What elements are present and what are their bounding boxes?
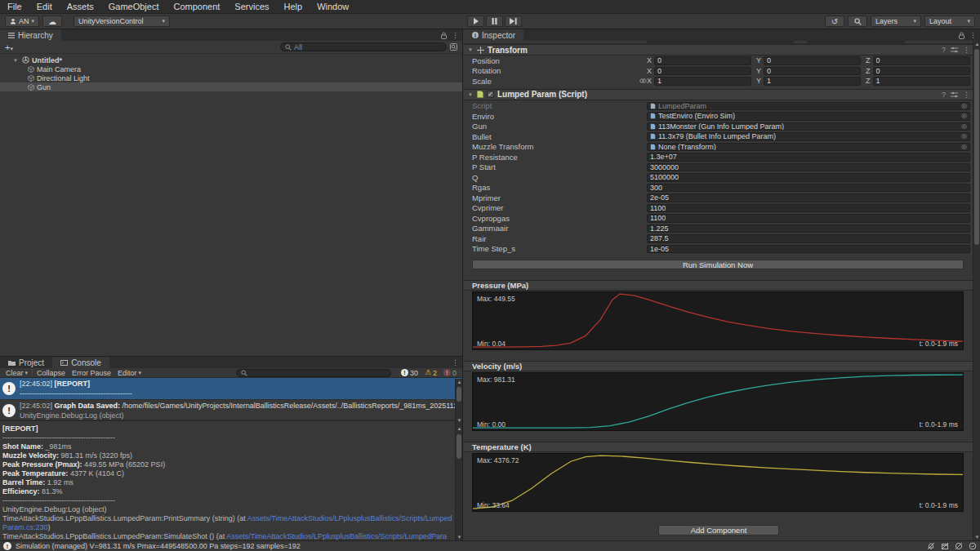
scroll-up-icon[interactable]: ▲ bbox=[973, 42, 980, 47]
menu-file[interactable]: File bbox=[0, 0, 29, 14]
transform-position-x-field[interactable]: 0 bbox=[654, 56, 751, 65]
number-field[interactable]: 5100000 bbox=[647, 173, 970, 182]
number-field[interactable]: 1100 bbox=[647, 214, 970, 223]
object-field[interactable]: LumpedParam◎ bbox=[647, 102, 970, 111]
warning-count-toggle[interactable]: ⚠2 bbox=[421, 369, 440, 377]
menu-component[interactable]: Component bbox=[166, 0, 227, 14]
collapse-button[interactable]: Collapse bbox=[33, 369, 69, 377]
transform-position-z-field[interactable]: 0 bbox=[873, 56, 971, 65]
panel-menu-icon[interactable]: ⋮ bbox=[452, 31, 459, 39]
scroll-up-icon[interactable]: ▲ bbox=[456, 380, 463, 384]
menu-assets[interactable]: Assets bbox=[60, 0, 101, 14]
stack-trace-link[interactable]: Assets/TimeAttackStudios/LPplusplusBalli… bbox=[2, 514, 452, 531]
stack-trace-link[interactable]: Assets/TimeAttackStudios/LPplusplusBalli… bbox=[2, 532, 447, 540]
notifications-muted-icon[interactable] bbox=[927, 542, 935, 550]
scroll-up-icon[interactable]: ▲ bbox=[456, 426, 463, 431]
info-count-toggle[interactable]: !30 bbox=[398, 369, 421, 377]
menu-services[interactable]: Services bbox=[227, 0, 276, 14]
tab-project[interactable]: Project bbox=[0, 357, 52, 368]
number-field[interactable]: 1100 bbox=[647, 204, 970, 213]
transform-rotation-y-field[interactable]: 0 bbox=[764, 67, 861, 76]
transform-scale-x-field[interactable]: 1 bbox=[654, 77, 751, 86]
package-muted-icon[interactable] bbox=[941, 542, 949, 550]
error-pause-button[interactable]: Error Pause bbox=[69, 369, 114, 377]
scroll-down-icon[interactable]: ▼ bbox=[456, 535, 463, 540]
panel-menu-icon[interactable]: ⋮ bbox=[969, 31, 977, 39]
tab-inspector[interactable]: i Inspector bbox=[464, 29, 523, 41]
undo-history-button[interactable]: ↺ bbox=[825, 16, 844, 27]
object-field[interactable]: None (Transform)◎ bbox=[647, 143, 970, 152]
create-button[interactable]: +▾ bbox=[5, 42, 13, 52]
object-picker-icon[interactable]: ◎ bbox=[961, 123, 967, 130]
console-log-entry[interactable]: ![22:45:02] Graph Data Saved: /home/file… bbox=[0, 400, 462, 421]
foldout-icon[interactable]: ▼ bbox=[11, 58, 20, 63]
console-scrollbar[interactable]: ▲ ▼ ▲ ▼ bbox=[455, 379, 462, 540]
panel-menu-icon[interactable]: ⋮ bbox=[452, 358, 459, 367]
progress-status-icon[interactable] bbox=[969, 542, 977, 550]
lumped-param-header[interactable]: ▼ ✓ Lumped Param (Script) ? ⋮ bbox=[464, 89, 973, 100]
menu-window[interactable]: Window bbox=[310, 0, 356, 14]
clear-button[interactable]: Clear▾ bbox=[2, 369, 31, 377]
play-button[interactable] bbox=[467, 16, 484, 27]
number-field[interactable]: 1e-05 bbox=[647, 245, 970, 254]
lock-icon[interactable] bbox=[959, 32, 964, 39]
error-count-toggle[interactable]: !0 bbox=[440, 369, 460, 377]
search-window-icon[interactable] bbox=[450, 43, 457, 51]
tab-hierarchy[interactable]: Hierarchy bbox=[0, 29, 61, 41]
number-field[interactable]: 1.225 bbox=[647, 224, 970, 233]
lock-icon[interactable] bbox=[441, 32, 447, 39]
pause-button[interactable] bbox=[486, 16, 503, 27]
foldout-icon[interactable]: ▼ bbox=[467, 47, 474, 52]
scroll-down-icon[interactable]: ▼ bbox=[973, 535, 980, 540]
transform-rotation-x-field[interactable]: 0 bbox=[654, 67, 751, 76]
number-field[interactable]: 1.3e+07 bbox=[647, 153, 970, 162]
transform-rotation-z-field[interactable]: 0 bbox=[873, 67, 971, 76]
number-field[interactable]: 300 bbox=[647, 184, 970, 193]
menu-help[interactable]: Help bbox=[277, 0, 310, 14]
component-menu-icon[interactable]: ⋮ bbox=[963, 46, 970, 54]
version-control-dropdown[interactable]: UnityVersionControl ▾ bbox=[74, 16, 170, 27]
hierarchy-item-directional-light[interactable]: Directional Light bbox=[0, 73, 462, 82]
scrollbar-thumb[interactable] bbox=[457, 434, 461, 459]
console-search-input[interactable] bbox=[236, 369, 391, 377]
preset-icon[interactable] bbox=[951, 91, 958, 98]
component-menu-icon[interactable]: ⋮ bbox=[963, 91, 970, 99]
object-picker-icon[interactable]: ◎ bbox=[961, 103, 967, 109]
layers-dropdown[interactable]: Layers ▾ bbox=[871, 16, 921, 27]
run-simulation-button[interactable]: Run Simulation Now bbox=[472, 260, 964, 269]
object-field[interactable]: TestEnviro (Enviro Sim)◎ bbox=[647, 112, 970, 121]
console-log-entry[interactable]: ![22:45:02] [REPORT]--------------------… bbox=[0, 378, 462, 400]
component-enabled-checkbox[interactable]: ✓ bbox=[487, 91, 494, 98]
menu-gameobject[interactable]: GameObject bbox=[101, 0, 167, 14]
cloud-button[interactable]: ☁ bbox=[42, 16, 62, 27]
account-button[interactable]: AN ▾ bbox=[5, 16, 39, 27]
scroll-down-icon[interactable]: ▼ bbox=[456, 418, 463, 423]
scrollbar-thumb[interactable] bbox=[974, 49, 979, 245]
transform-header[interactable]: ▼ Transform ? ⋮ bbox=[464, 44, 973, 56]
scale-link-icon[interactable] bbox=[639, 78, 647, 83]
tab-console[interactable]: Console bbox=[52, 357, 109, 368]
object-field[interactable]: 113Monster (Gun Info Lumped Param)◎ bbox=[647, 122, 970, 131]
number-field[interactable]: 2e-05 bbox=[647, 193, 970, 202]
layout-dropdown[interactable]: Layout ▾ bbox=[924, 16, 975, 27]
foldout-icon[interactable]: ▼ bbox=[467, 92, 474, 97]
help-icon[interactable]: ? bbox=[942, 91, 946, 99]
add-component-button[interactable]: Add Component bbox=[658, 525, 779, 535]
step-button[interactable] bbox=[505, 16, 522, 27]
number-field[interactable]: 3000000 bbox=[647, 163, 970, 172]
hierarchy-item-gun[interactable]: Gun bbox=[0, 82, 462, 91]
number-field[interactable]: 287.5 bbox=[647, 234, 970, 243]
object-picker-icon[interactable]: ◎ bbox=[961, 144, 967, 150]
object-field[interactable]: 11.3x79 (Bullet Info Lumped Param)◎ bbox=[647, 132, 970, 141]
search-everything-button[interactable] bbox=[848, 16, 867, 27]
help-icon[interactable]: ? bbox=[942, 46, 946, 54]
activity-muted-icon[interactable] bbox=[955, 542, 963, 550]
preset-icon[interactable] bbox=[951, 47, 958, 53]
scrollbar-thumb[interactable] bbox=[457, 387, 461, 402]
transform-position-y-field[interactable]: 0 bbox=[764, 56, 861, 65]
hierarchy-search-input[interactable]: All bbox=[280, 42, 447, 51]
menu-edit[interactable]: Edit bbox=[29, 0, 60, 14]
editor-dropdown[interactable]: Editor▾ bbox=[114, 369, 145, 377]
transform-scale-y-field[interactable]: 1 bbox=[764, 77, 861, 86]
inspector-scrollbar[interactable]: ▲ ▼ bbox=[973, 41, 980, 540]
